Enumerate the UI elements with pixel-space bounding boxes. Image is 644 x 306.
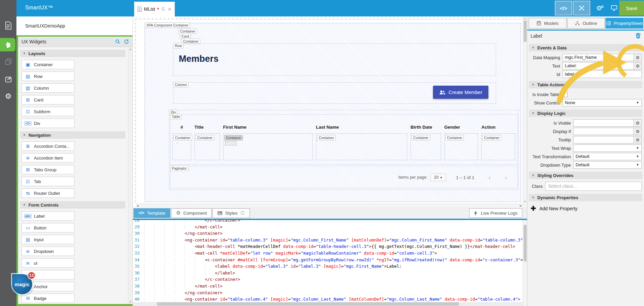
scroll-up-icon[interactable]: ▲	[129, 48, 132, 51]
live-preview-logs-button[interactable]: Live Preview Logs	[469, 208, 522, 218]
scroll-right-icon[interactable]: ▶	[520, 204, 522, 207]
text-wrap-dropdown[interactable]: ▼	[573, 144, 642, 152]
widget-item-column[interactable]: ▥Column	[21, 83, 74, 93]
canvas-horizontal-scrollbar[interactable]: ◀▶	[136, 204, 523, 207]
column-element[interactable]: Column Create Member	[173, 82, 496, 104]
paginator-label[interactable]: Paginator	[170, 166, 189, 171]
members-heading[interactable]: Members	[179, 54, 496, 64]
scroll-down-icon[interactable]: ▼	[524, 200, 526, 203]
display-if-input[interactable]	[573, 128, 634, 135]
widget-item-ul[interactable]: ≡ul	[21, 258, 74, 268]
xpa-container-label[interactable]: XPA Component Container	[145, 23, 190, 28]
canvas-table-cell[interactable]: Container	[411, 133, 441, 160]
widget-section-header[interactable]: ▼Form Controls	[20, 201, 125, 209]
scroll-up-icon[interactable]: ▲	[524, 17, 526, 20]
widget-item-subform[interactable]: ⊡Subform	[21, 107, 74, 116]
pages-copy-icon[interactable]	[0, 56, 16, 68]
container-label[interactable]: Container	[178, 29, 197, 34]
services-gears-button[interactable]: ⚙⚙	[592, 1, 608, 15]
document-tab-mlist[interactable]: MList * ✕	[134, 2, 175, 16]
widget-item-badge[interactable]: ✉Badge	[21, 294, 74, 303]
widget-item-row[interactable]: ▤Row	[21, 72, 74, 81]
close-tab-icon[interactable]: ✕	[168, 7, 171, 12]
text-gear-button[interactable]: ⚙	[634, 62, 642, 70]
scroll-left-icon[interactable]: ◀	[137, 204, 139, 207]
code-view-button[interactable]: </>	[555, 1, 572, 15]
section-display-logic[interactable]: ▼Display Logic	[529, 110, 642, 117]
container-chip[interactable]: Container	[224, 135, 243, 140]
tab-models[interactable]: Models	[529, 18, 567, 29]
section-table-actions[interactable]: ▼Table Actions	[529, 81, 642, 88]
dropdown-type-dropdown[interactable]: Default▼	[573, 161, 642, 169]
settings-gear-icon[interactable]: ⚙	[0, 90, 16, 102]
editor-horizontal-scrollbar[interactable]	[133, 302, 523, 306]
refresh-tab-icon[interactable]	[161, 7, 166, 11]
widget-item-tabs-group[interactable]: ⊞Tabs Group	[21, 165, 74, 174]
page-size-dropdown[interactable]: 10 ▼	[430, 174, 446, 181]
container-chip[interactable]: Container	[173, 135, 192, 140]
canvas-column-header[interactable]: Last Name	[316, 125, 407, 130]
widget-item-button[interactable]: ▭Button	[21, 223, 74, 232]
next-page-icon[interactable]: ›	[505, 176, 507, 179]
section-dynamic-properties[interactable]: ▼Dynamic Properties	[529, 194, 642, 201]
selected-label-element[interactable]	[225, 141, 236, 145]
refresh-icon[interactable]	[124, 39, 129, 44]
add-new-property-button[interactable]: ✚ Add New Property	[531, 205, 644, 212]
data-mapping-gear-button[interactable]: ⚙	[634, 54, 642, 61]
table-element[interactable]: Table #TitleFirst NameLast NameBirth Dat…	[170, 114, 518, 165]
row-element[interactable]: Row Members	[173, 43, 496, 76]
canvas-column-header[interactable]: First Name	[223, 125, 313, 130]
widget-item-dropdown[interactable]: ≡Dropdown	[21, 247, 74, 256]
container-chip[interactable]: Container	[196, 135, 214, 140]
section-styling-overrides[interactable]: ▼Styling Overrides	[529, 172, 642, 179]
previous-page-icon[interactable]: ‹	[488, 176, 491, 179]
container-chip[interactable]: Container	[412, 135, 430, 140]
id-input[interactable]: label.3	[562, 71, 642, 78]
app-name-row[interactable]: SmartUXDemoApp	[16, 16, 132, 35]
document-icon[interactable]	[0, 19, 16, 32]
widget-item-tab[interactable]: ⊡Tab	[21, 177, 74, 186]
widget-item-accordion-item[interactable]: ≡Accordion Item	[21, 153, 74, 163]
publish-share-icon[interactable]	[0, 73, 16, 85]
show-control-dropdown[interactable]: None▼	[562, 99, 642, 106]
canvas-vertical-scrollbar[interactable]: ▲ ▼	[523, 16, 527, 207]
canvas-column-header[interactable]: Gender	[444, 125, 478, 130]
code-editor[interactable]: 28 </c-container>29 </mat-cell>30 </ng-c…	[133, 220, 523, 306]
refresh-styles-icon[interactable]	[240, 211, 245, 215]
save-button[interactable]: Save	[619, 1, 644, 15]
is-visible-gear-button[interactable]: ⚙	[634, 119, 642, 127]
expand-button[interactable]	[573, 1, 590, 15]
canvas-table-cell[interactable]: Container-	[172, 133, 191, 160]
canvas-column-header[interactable]: #	[172, 125, 191, 130]
canvas-table-cell[interactable]: Container	[316, 133, 407, 160]
text-input[interactable]: Label:	[562, 62, 634, 70]
widget-section-header[interactable]: ▼Navigation	[20, 131, 125, 139]
tooltip-input[interactable]	[573, 136, 634, 143]
text-transformation-dropdown[interactable]: Default▼	[573, 153, 642, 160]
tab-propertysheet[interactable]: PropertySheet	[605, 18, 643, 29]
card-label[interactable]: Card	[180, 34, 191, 39]
canvas-column-header[interactable]: Title	[194, 125, 220, 130]
widget-item-card[interactable]: ⊞Card	[21, 95, 74, 104]
tab-outline[interactable]: Outline	[567, 18, 605, 29]
delete-trash-icon[interactable]	[636, 33, 641, 39]
widgets-puzzle-icon[interactable]	[0, 38, 15, 51]
widget-item-label[interactable]: abcLabel	[21, 211, 74, 221]
container-chip[interactable]: Container	[445, 135, 464, 140]
column-label[interactable]: Column	[173, 82, 189, 87]
tooltip-gear-button[interactable]: ⚙	[634, 136, 642, 143]
widget-list-scrollbar[interactable]: ▲▼	[128, 47, 132, 304]
paginator-element[interactable]: Paginator Items per page: 10 ▼ 1 – 1 of …	[170, 166, 518, 188]
tab-template[interactable]: </> Template	[133, 208, 170, 218]
canvas-column-header[interactable]: Birth Date	[411, 125, 441, 130]
class-select-input[interactable]: Select class...	[545, 182, 642, 191]
tab-styles[interactable]: Styles	[212, 208, 250, 218]
widget-item-div[interactable]: </>Div	[21, 119, 74, 128]
canvas-column-header[interactable]: Action	[481, 125, 515, 130]
table-label[interactable]: Table	[170, 114, 182, 119]
scroll-down-icon[interactable]: ▼	[129, 300, 132, 303]
canvas-table-cell[interactable]: Container	[223, 133, 313, 160]
container-chip[interactable]: Container	[317, 135, 336, 140]
editor-vertical-scrollbar[interactable]	[523, 220, 527, 306]
widget-section-header[interactable]: ▼Layouts	[20, 50, 125, 57]
